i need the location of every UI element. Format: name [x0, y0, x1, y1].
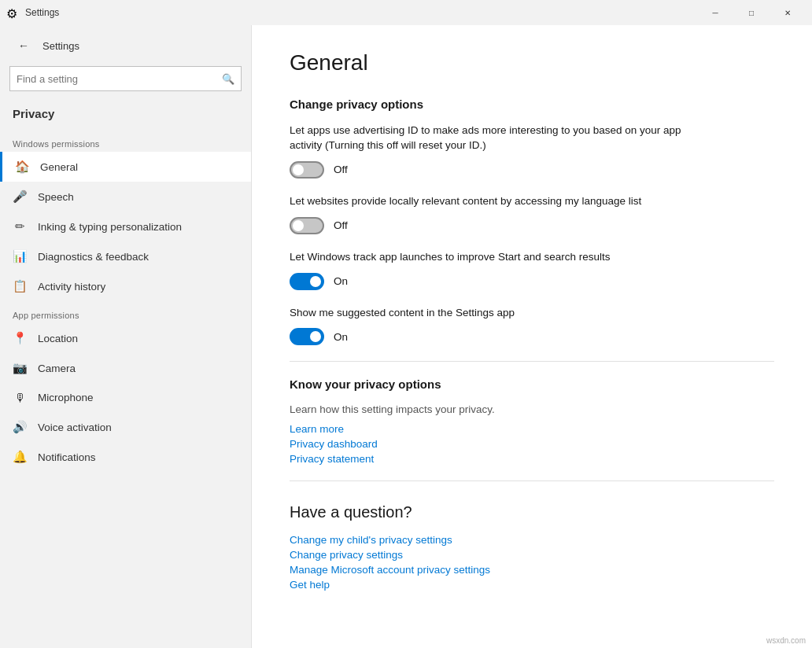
- option3-block: Let Windows track app launches to improv…: [290, 250, 774, 290]
- option4-toggle[interactable]: [290, 328, 324, 345]
- option4-block: Show me suggested content in the Setting…: [290, 306, 774, 346]
- search-box[interactable]: 🔍: [9, 66, 242, 91]
- search-input[interactable]: [17, 73, 222, 85]
- sidebar-item-notifications-label: Notifications: [38, 451, 96, 463]
- app-permissions-label: App permissions: [0, 301, 251, 323]
- camera-icon: 📷: [13, 361, 27, 375]
- ms-account-link[interactable]: Manage Microsoft account privacy setting…: [290, 564, 774, 576]
- child-privacy-link[interactable]: Change my child's privacy settings: [290, 534, 774, 546]
- option3-state: On: [334, 275, 348, 287]
- option2-state: Off: [334, 219, 348, 231]
- inking-icon: ✏: [13, 219, 27, 234]
- option4-desc: Show me suggested content in the Setting…: [290, 306, 699, 321]
- home-icon: 🏠: [15, 160, 29, 174]
- option1-toggle-thumb: [293, 164, 304, 175]
- sidebar-item-general-label: General: [40, 161, 78, 173]
- option2-desc: Let websites provide locally relevant co…: [290, 194, 699, 209]
- sidebar-item-diagnostics-label: Diagnostics & feedback: [38, 251, 149, 263]
- sidebar-item-speech-label: Speech: [38, 191, 74, 203]
- sidebar-app-title: Settings: [42, 40, 79, 52]
- change-privacy-heading: Change privacy options: [290, 98, 774, 111]
- sidebar-item-activity[interactable]: 📋 Activity history: [0, 271, 251, 301]
- option1-toggle-row: Off: [290, 161, 774, 179]
- option1-block: Let apps use advertising ID to make ads …: [290, 123, 774, 179]
- settings-icon: ⚙: [6, 6, 19, 19]
- option3-desc: Let Windows track app launches to improv…: [290, 250, 699, 265]
- option2-toggle-row: Off: [290, 217, 774, 234]
- sidebar-top: ← Settings: [0, 25, 251, 63]
- option4-toggle-thumb: [310, 331, 321, 342]
- option3-toggle[interactable]: [290, 273, 324, 290]
- sidebar-item-camera[interactable]: 📷 Camera: [0, 353, 251, 383]
- sidebar-item-voice[interactable]: 🔊 Voice activation: [0, 412, 251, 442]
- sidebar-item-location-label: Location: [38, 333, 78, 344]
- option1-toggle[interactable]: [290, 161, 324, 179]
- option3-toggle-thumb: [310, 276, 321, 287]
- option2-toggle[interactable]: [290, 217, 324, 234]
- titlebar: ⚙ Settings ─ □ ✕: [0, 0, 812, 25]
- privacy-statement-link[interactable]: Privacy statement: [290, 453, 774, 465]
- option1-state: Off: [334, 164, 348, 175]
- sidebar-item-voice-label: Voice activation: [38, 422, 112, 433]
- minimize-button[interactable]: ─: [697, 0, 733, 25]
- sidebar-item-notifications[interactable]: 🔔 Notifications: [0, 442, 251, 472]
- learn-more-link[interactable]: Learn more: [290, 423, 774, 435]
- sidebar-item-camera-label: Camera: [38, 363, 76, 374]
- know-privacy-section: Know your privacy options Learn how this…: [290, 377, 774, 465]
- window-controls: ─ □ ✕: [697, 0, 806, 25]
- privacy-label: Privacy: [0, 101, 251, 130]
- privacy-dashboard-link[interactable]: Privacy dashboard: [290, 438, 774, 450]
- get-help-link[interactable]: Get help: [290, 579, 774, 591]
- main-content: General Change privacy options Let apps …: [252, 25, 812, 648]
- option2-toggle-thumb: [293, 220, 304, 231]
- back-button[interactable]: ←: [13, 35, 35, 57]
- app-title: Settings: [25, 7, 697, 18]
- divider2: [290, 480, 774, 481]
- activity-icon: 📋: [13, 279, 27, 293]
- voice-icon: 🔊: [13, 420, 27, 434]
- notifications-icon: 🔔: [13, 450, 27, 464]
- windows-permissions-label: Windows permissions: [0, 130, 251, 152]
- sidebar-item-location[interactable]: 📍 Location: [0, 323, 251, 353]
- option3-toggle-row: On: [290, 273, 774, 290]
- sidebar-item-activity-label: Activity history: [38, 281, 105, 293]
- diagnostics-icon: 📊: [13, 249, 27, 263]
- option4-toggle-row: On: [290, 328, 774, 345]
- sidebar: ← Settings 🔍 Privacy Windows permissions…: [0, 25, 252, 648]
- sidebar-item-speech[interactable]: 🎤 Speech: [0, 182, 251, 212]
- maximize-button[interactable]: □: [733, 0, 770, 25]
- microphone-icon: 🎙: [13, 391, 27, 404]
- sidebar-item-diagnostics[interactable]: 📊 Diagnostics & feedback: [0, 241, 251, 271]
- app-body: ← Settings 🔍 Privacy Windows permissions…: [0, 25, 812, 648]
- divider1: [290, 361, 774, 362]
- speech-icon: 🎤: [13, 190, 27, 204]
- location-icon: 📍: [13, 331, 27, 345]
- option4-state: On: [334, 331, 348, 343]
- page-title: General: [290, 50, 774, 75]
- know-privacy-desc: Learn how this setting impacts your priv…: [290, 403, 774, 415]
- sidebar-item-inking[interactable]: ✏ Inking & typing personalization: [0, 212, 251, 241]
- sidebar-item-inking-label: Inking & typing personalization: [38, 221, 182, 233]
- change-privacy-link[interactable]: Change privacy settings: [290, 549, 774, 561]
- option1-desc: Let apps use advertising ID to make ads …: [290, 123, 699, 153]
- sidebar-item-general[interactable]: 🏠 General: [0, 152, 251, 182]
- question-section: Have a question? Change my child's priva…: [290, 503, 774, 591]
- close-button[interactable]: ✕: [770, 0, 806, 25]
- sidebar-item-microphone[interactable]: 🎙 Microphone: [0, 383, 251, 412]
- question-heading: Have a question?: [290, 503, 774, 521]
- option2-block: Let websites provide locally relevant co…: [290, 194, 774, 234]
- know-privacy-heading: Know your privacy options: [290, 377, 774, 391]
- search-icon: 🔍: [222, 73, 234, 85]
- sidebar-item-microphone-label: Microphone: [38, 392, 94, 403]
- watermark: wsxdn.com: [766, 636, 806, 645]
